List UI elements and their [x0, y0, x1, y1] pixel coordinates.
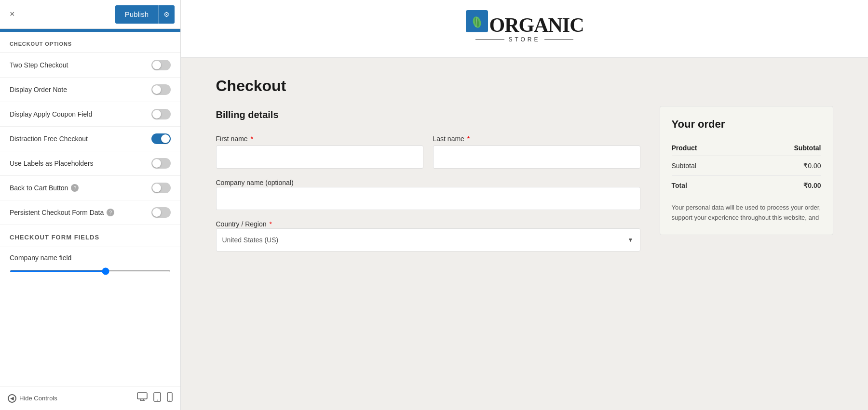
settings-button[interactable]: ⚙ — [158, 5, 175, 24]
logo-box — [466, 10, 488, 32]
total-label-cell: Total — [672, 176, 745, 196]
coupon-slider — [151, 109, 171, 119]
first-name-label: First name * — [216, 135, 423, 143]
order-note-toggle[interactable] — [151, 84, 171, 95]
hide-controls-label: Hide Controls — [19, 395, 57, 402]
back-to-cart-slider — [151, 183, 171, 193]
order-note-slider — [151, 84, 171, 95]
persistent-slider — [151, 207, 171, 218]
logo-wrapper: ORGANIC STORE — [465, 15, 583, 43]
company-field-slider[interactable] — [10, 270, 171, 272]
hide-controls-button[interactable]: ◀ Hide Controls — [8, 394, 57, 403]
option-row-persistent: Persistent Checkout Form Data ? — [0, 200, 180, 225]
preview-header: ORGANIC STORE — [181, 0, 868, 58]
distraction-free-slider — [151, 133, 171, 144]
leaf-icon — [470, 14, 484, 28]
last-name-group: Last name * — [433, 135, 640, 169]
order-total-row: Total ₹0.00 — [672, 176, 821, 196]
svg-point-5 — [157, 400, 158, 401]
back-to-cart-help-icon[interactable]: ? — [71, 184, 79, 192]
billing-details-title: Billing details — [216, 109, 640, 125]
logo-text-container: ORGANIC — [489, 15, 583, 35]
company-group: Company name (optional) — [216, 178, 640, 210]
two-step-label: Two Step Checkout — [10, 61, 68, 69]
two-step-slider — [151, 60, 171, 70]
option-row-labels: Use Labels as Placeholders — [0, 151, 180, 176]
last-name-input[interactable] — [433, 145, 640, 169]
active-tab — [0, 29, 180, 32]
checkout-content: Checkout Billing details First name * La… — [187, 58, 862, 280]
mobile-view-icon[interactable] — [167, 392, 173, 404]
country-label: Country / Region * — [216, 220, 272, 228]
first-name-required: * — [251, 135, 253, 143]
logo-line-right — [544, 39, 573, 40]
back-to-cart-toggle[interactable] — [151, 183, 171, 193]
checkout-title: Checkout — [216, 77, 640, 95]
order-subtotal-row: Subtotal ₹0.00 — [672, 156, 821, 176]
checkout-form-fields-title: CHECKOUT FORM FIELDS — [0, 225, 180, 247]
bottom-bar: ◀ Hide Controls — [0, 386, 180, 410]
company-input[interactable] — [216, 187, 640, 210]
logo-sub-text: STORE — [504, 36, 544, 43]
persistent-help-icon[interactable]: ? — [107, 209, 114, 216]
coupon-toggle[interactable] — [151, 109, 171, 119]
checkout-form-fields-section: CHECKOUT FORM FIELDS Company name field — [0, 225, 180, 282]
order-sidebar: Your order Product Subtotal Subtotal ₹0.… — [660, 106, 833, 235]
logo-bottom: STORE — [475, 36, 573, 43]
subtotal-label-cell: Subtotal — [672, 156, 745, 176]
two-step-toggle[interactable] — [151, 60, 171, 70]
company-label: Company name (optional) — [216, 179, 294, 186]
labels-toggle[interactable] — [151, 158, 171, 169]
company-field-label: Company name field — [0, 247, 180, 265]
checkout-options-title: CHECKOUT OPTIONS — [0, 32, 180, 53]
left-panel: × Publish ⚙ CHECKOUT OPTIONS Two Step Ch… — [0, 0, 181, 410]
country-select-wrapper: United States (US) ▼ — [216, 228, 640, 251]
last-name-required: * — [467, 135, 470, 143]
subtotal-value-cell: ₹0.00 — [744, 156, 821, 176]
product-col-header: Product — [672, 140, 745, 156]
view-icons — [137, 392, 173, 404]
logo-row: ORGANIC — [465, 15, 583, 35]
order-note-label: Display Order Note — [10, 86, 67, 93]
back-to-cart-label: Back to Cart Button ? — [10, 184, 79, 192]
first-name-input[interactable] — [216, 145, 423, 169]
privacy-note: Your personal data will be used to proce… — [672, 203, 821, 223]
labels-slider — [151, 158, 171, 169]
order-table: Product Subtotal Subtotal ₹0.00 Total ₹0… — [672, 140, 821, 195]
right-panel: ORGANIC STORE Checkout Billing details F… — [181, 0, 868, 410]
hide-controls-icon: ◀ — [8, 394, 16, 403]
last-name-label: Last name * — [433, 135, 640, 143]
checkout-options-section: CHECKOUT OPTIONS Two Step Checkout Displ… — [0, 32, 180, 225]
first-name-group: First name * — [216, 135, 423, 169]
option-row-two-step: Two Step Checkout — [0, 53, 180, 78]
option-row-coupon: Display Apply Coupon Field — [0, 102, 180, 127]
option-row-distraction-free: Distraction Free Checkout — [0, 127, 180, 151]
logo-line-left — [475, 39, 504, 40]
svg-point-7 — [169, 400, 170, 401]
svg-rect-0 — [137, 393, 147, 399]
desktop-view-icon[interactable] — [137, 392, 148, 404]
order-title: Your order — [672, 118, 821, 131]
close-button[interactable]: × — [6, 7, 19, 21]
publish-button[interactable]: Publish — [115, 5, 158, 24]
tab-bar — [0, 29, 180, 32]
subtotal-col-header: Subtotal — [744, 140, 821, 156]
coupon-label: Display Apply Coupon Field — [10, 110, 92, 118]
total-value-cell: ₹0.00 — [744, 176, 821, 196]
labels-label: Use Labels as Placeholders — [10, 159, 94, 167]
top-bar: × Publish ⚙ — [0, 0, 180, 29]
publish-area: Publish ⚙ — [115, 5, 175, 24]
persistent-label: Persistent Checkout Form Data ? — [10, 209, 114, 216]
country-group: Country / Region * United States (US) ▼ — [216, 220, 640, 251]
option-row-back-to-cart: Back to Cart Button ? — [0, 176, 180, 200]
distraction-free-toggle[interactable] — [151, 133, 171, 144]
distraction-free-label: Distraction Free Checkout — [10, 135, 88, 143]
country-select[interactable]: United States (US) — [216, 228, 640, 251]
country-required: * — [269, 220, 271, 228]
name-row: First name * Last name * — [216, 135, 640, 169]
tablet-view-icon[interactable] — [153, 392, 161, 404]
option-row-order-note: Display Order Note — [0, 78, 180, 102]
order-table-header-row: Product Subtotal — [672, 140, 821, 156]
persistent-toggle[interactable] — [151, 207, 171, 218]
checkout-main: Checkout Billing details First name * La… — [216, 77, 640, 261]
